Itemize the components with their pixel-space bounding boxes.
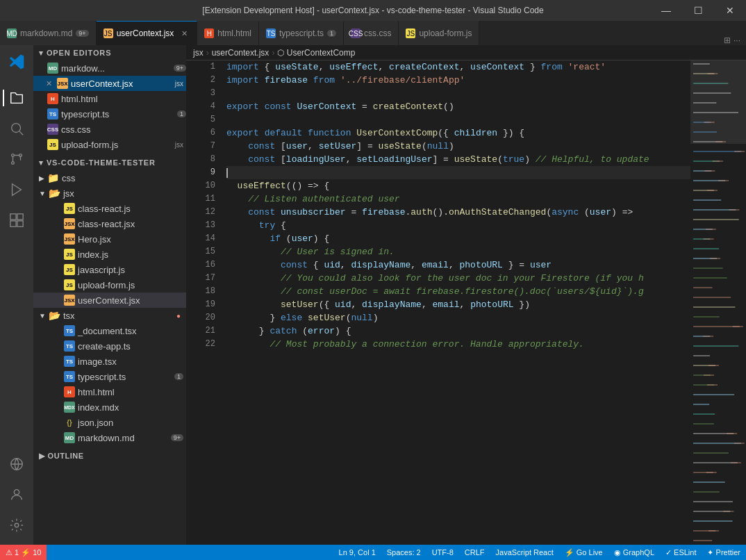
folder-css[interactable]: ▶ 📁 css	[33, 170, 186, 186]
file-class-react-jsx[interactable]: JSX class-react.jsx	[33, 216, 186, 231]
close-file-icon[interactable]: ✕	[43, 78, 54, 89]
code-line-15: // User is signed in.	[226, 245, 690, 258]
folder-icon-tsx: 📂	[49, 310, 60, 321]
tab-icon-userContext: JS	[103, 28, 113, 38]
maximize-button[interactable]: ☐	[682, 0, 714, 21]
tab-icon-html: H	[204, 28, 214, 38]
status-eslint[interactable]: ✓ ESLint	[660, 545, 702, 560]
folder-tsx[interactable]: ▼ 📂 tsx ●	[33, 308, 186, 323]
chevron-down-icon-2: ▾	[39, 158, 44, 167]
activity-bar	[0, 45, 33, 545]
status-encoding[interactable]: UTF-8	[426, 545, 459, 560]
status-errors[interactable]: ⚠ 1 ⚡ 10	[0, 545, 47, 560]
settings-icon[interactable]	[3, 511, 31, 539]
status-language[interactable]: JavaScript React	[490, 545, 559, 560]
tab-icon-markdown: MD	[7, 28, 17, 38]
code-line-22: // Most probably a connection error. Han…	[226, 338, 690, 351]
file-create-app-ts[interactable]: TS create-app.ts	[33, 338, 186, 354]
code-line-1: import { useState, useEffect, createCont…	[226, 60, 690, 74]
chevron-down-icon: ▾	[39, 49, 44, 58]
file-javascript-js[interactable]: JS javascript.js	[33, 262, 186, 277]
line-num-1: 1	[186, 60, 215, 74]
more-actions-icon[interactable]: ···	[733, 35, 740, 45]
status-prettier[interactable]: ✦ Prettier	[702, 545, 746, 560]
close-button[interactable]: ✕	[714, 0, 746, 21]
remote-explorer-icon[interactable]	[3, 450, 31, 478]
line-num-12: 12	[186, 206, 215, 219]
project-folder-header[interactable]: ▾ VS-CODE-THEME-TESTER	[33, 155, 186, 170]
folder-icon-css: 📁	[47, 172, 59, 183]
breadcrumb-file[interactable]: userContext.jsx	[212, 48, 270, 58]
line-num-6: 6	[186, 126, 215, 140]
editor-area: jsx › userContext.jsx › ⬡ UserContextCom…	[186, 45, 746, 545]
file-class-react-js[interactable]: JS class-react.js	[33, 201, 186, 216]
folder-jsx[interactable]: ▼ 📂 jsx	[33, 186, 186, 201]
run-debug-icon[interactable]	[3, 176, 31, 204]
svg-rect-9	[17, 221, 23, 227]
open-editor-uploadform[interactable]: JS upload-form.js jsx	[33, 137, 186, 152]
line-num-20: 20	[186, 311, 215, 324]
tab-label-markdown: markdown.md	[20, 28, 72, 38]
tab-html[interactable]: Hhtml.html	[197, 21, 259, 45]
code-line-9	[226, 166, 690, 179]
tab-uploadForm[interactable]: JSupload-form.js	[399, 21, 479, 45]
tab-typescript[interactable]: TStypescript.ts1	[259, 21, 344, 45]
minimize-button[interactable]: —	[650, 0, 682, 21]
open-editor-markdown[interactable]: MD markdow... 9+	[33, 60, 186, 76]
source-control-icon[interactable]	[3, 145, 31, 173]
line-num-8: 8	[186, 153, 215, 166]
open-editors-header[interactable]: ▾ OPEN EDITORS	[33, 45, 186, 60]
search-icon[interactable]	[3, 115, 31, 142]
status-golive[interactable]: ⚡ Go Live	[559, 545, 608, 560]
chevron-right-icon-outline: ▶	[39, 452, 45, 461]
file-upload-form-js[interactable]: JS upload-form.js	[33, 277, 186, 293]
code-line-12: const unsubscriber = firebase.auth().onA…	[226, 206, 690, 219]
status-line-col[interactable]: Ln 9, Col 1	[333, 545, 381, 560]
file-hero-jsx[interactable]: JSX Hero.jsx	[33, 231, 186, 247]
explorer-icon[interactable]	[3, 84, 31, 112]
file-usercontext-jsx[interactable]: JSX userContext.jsx	[33, 293, 186, 308]
svg-point-11	[14, 490, 19, 495]
status-graphql[interactable]: ◉ GraphQL	[608, 545, 660, 560]
chevron-right-icon: ▶	[39, 174, 44, 182]
file-index-js[interactable]: JS index.js	[33, 247, 186, 262]
file-html-html[interactable]: H html.html	[33, 384, 186, 400]
tab-userContext[interactable]: JSuserContext.jsx✕	[97, 21, 198, 45]
code-editor[interactable]: 12345678910111213141516171819202122 impo…	[186, 60, 746, 545]
open-editor-html[interactable]: H html.html	[33, 91, 186, 106]
open-editor-css[interactable]: CSS css.css	[33, 122, 186, 137]
status-spaces[interactable]: Spaces: 2	[381, 545, 426, 560]
status-eol[interactable]: CRLF	[459, 545, 490, 560]
line-num-19: 19	[186, 298, 215, 311]
code-content[interactable]: import { useState, useEffect, createCont…	[221, 60, 690, 545]
outline-header[interactable]: ▶ OUTLINE	[33, 448, 186, 463]
window-controls: — ☐ ✕	[650, 0, 746, 21]
account-icon[interactable]	[3, 481, 31, 509]
file-index-mdx[interactable]: MDX index.mdx	[33, 400, 186, 415]
tab-label-typescript: typescript.ts	[279, 28, 324, 38]
line-num-17: 17	[186, 272, 215, 285]
breadcrumb-jsx[interactable]: jsx	[193, 48, 204, 58]
split-editor-icon[interactable]: ⊞	[724, 35, 731, 45]
line-num-5: 5	[186, 113, 215, 126]
tab-close-userContext[interactable]: ✕	[179, 28, 190, 39]
open-editor-typescript[interactable]: TS typescript.ts 1	[33, 106, 186, 122]
line-num-13: 13	[186, 219, 215, 232]
file-image-tsx[interactable]: TS image.tsx	[33, 354, 186, 369]
status-bar-left: ⚠ 1 ⚡ 10	[0, 545, 47, 560]
tab-css[interactable]: CSScss.css	[344, 21, 399, 45]
open-editor-usercontext[interactable]: ✕ JSX userContext.jsx jsx	[33, 76, 186, 91]
file-json-json[interactable]: {} json.json	[33, 415, 186, 430]
tab-markdown[interactable]: MDmarkdown.md9+	[0, 21, 97, 45]
code-line-10: useEffect(() => {	[226, 179, 690, 192]
file-markdown-md[interactable]: MD markdown.md 9+	[33, 430, 186, 445]
code-line-11: // Listen authenticated user	[226, 192, 690, 206]
line-num-14: 14	[186, 232, 215, 245]
file-typescript-ts[interactable]: TS typescript.ts 1	[33, 369, 186, 384]
vscode-logo-icon	[3, 48, 31, 76]
code-line-2: import firebase from '../firebase/client…	[226, 74, 690, 87]
line-num-15: 15	[186, 245, 215, 258]
file-document-tsx[interactable]: TS _document.tsx	[33, 323, 186, 338]
extensions-icon[interactable]	[3, 206, 31, 234]
breadcrumb-component[interactable]: ⬡ UserContextComp	[277, 48, 355, 58]
